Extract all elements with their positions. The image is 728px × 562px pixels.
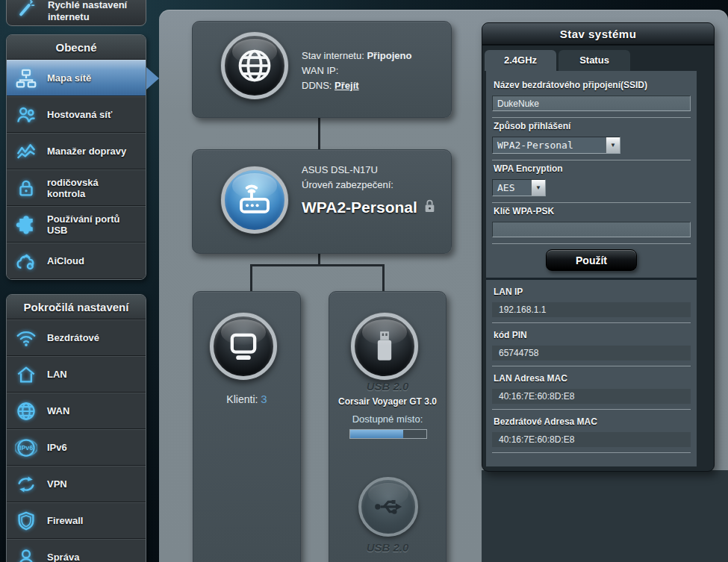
aicloud-icon xyxy=(15,250,37,272)
parental-control-icon xyxy=(15,177,37,199)
divider xyxy=(492,202,691,203)
auth-method-select[interactable]: WPA2-Personal ▼ xyxy=(492,137,620,154)
sidebar-item-vpn[interactable]: VPN xyxy=(7,466,146,502)
lan-icon xyxy=(15,363,37,386)
sidebar-item-label: Mapa sítě xyxy=(47,72,134,84)
sidebar-item-traffic-manager[interactable]: Manažer dopravy xyxy=(7,133,146,169)
sidebar-item-label: IPv6 xyxy=(47,442,134,453)
wpa-encryption-select[interactable]: AES ▼ xyxy=(492,179,546,196)
internet-status-card: Stav internetu: Připojeno WAN IP: DDNS: … xyxy=(192,21,452,118)
divider xyxy=(492,160,691,160)
apply-button[interactable]: Použít xyxy=(546,249,637,271)
router-model: ASUS DSL-N17U xyxy=(302,163,393,178)
sidebar-header-advanced: Pokročilá nastavení xyxy=(7,295,146,319)
router-card: ASUS DSL-N17U Úroveň zabezpečení: WPA2-P… xyxy=(192,149,452,254)
sidebar-item-lan[interactable]: LAN xyxy=(7,356,146,393)
ddns-label: DDNS: xyxy=(302,80,332,91)
wpa-psk-input[interactable] xyxy=(492,222,691,237)
tab-status[interactable]: Status xyxy=(559,50,630,71)
sidebar-item-label: AiCloud xyxy=(47,255,134,266)
sidebar-item-wireless[interactable]: Bezdrátové xyxy=(7,319,146,356)
internet-status-label: Stav internetu: xyxy=(302,50,364,61)
sidebar-item-wan[interactable]: WAN xyxy=(7,393,146,429)
sidebar-item-aicloud[interactable]: AiCloud xyxy=(7,243,146,279)
ipv6-icon: IPv6 xyxy=(15,437,37,459)
divider xyxy=(492,452,691,453)
tab-24ghz[interactable]: 2.4GHz xyxy=(485,50,556,71)
pin-code-value: 65744758 xyxy=(492,346,691,360)
lan-ip-label: LAN IP xyxy=(494,287,691,297)
connector-line xyxy=(250,264,385,266)
divider xyxy=(492,243,691,244)
wpa-encryption-label: WPA Encryption xyxy=(494,163,691,174)
wan-icon xyxy=(15,400,37,422)
sidebar-item-label: Bezdrátové xyxy=(47,332,134,343)
connector-line xyxy=(382,264,385,293)
status-tabs: 2.4GHz Status xyxy=(482,46,714,71)
sidebar-item-label: LAN xyxy=(47,369,134,380)
clients-monitor-icon[interactable] xyxy=(210,313,277,380)
sidebar-item-label: Správa xyxy=(47,552,134,562)
sidebar-item-label: Hostovaná síť xyxy=(47,109,134,120)
sidebar-group-general: Obecné Mapa sítě Ho xyxy=(6,34,146,280)
wireless-mac-label: Bezdrátové Adresa MAC xyxy=(494,416,691,427)
usb-port2-icon[interactable] xyxy=(358,477,418,537)
clients-count: 3 xyxy=(261,393,267,405)
wpa-encryption-value: AES xyxy=(493,180,531,196)
system-status-panel: Stav systému 2.4GHz Status Název bezdrát… xyxy=(482,22,715,472)
sidebar-item-parental-control[interactable]: rodičovská kontrola xyxy=(7,169,146,206)
usb-drive-icon[interactable] xyxy=(351,313,418,380)
sidebar-item-ipv6[interactable]: IPv6 IPv6 xyxy=(7,429,146,466)
svg-text:IPv6: IPv6 xyxy=(19,444,33,452)
divider xyxy=(492,409,691,410)
lock-icon xyxy=(424,199,435,215)
divider xyxy=(492,322,691,323)
traffic-manager-icon xyxy=(15,140,37,163)
wpa-psk-label: Klíč WPA-PSK xyxy=(494,206,691,216)
ssid-label: Název bezdrátového připojení(SSID) xyxy=(494,80,691,90)
chevron-down-icon[interactable]: ▼ xyxy=(606,137,620,153)
divider xyxy=(492,117,691,118)
pin-code-label: kód PIN xyxy=(494,330,691,340)
sidebar-item-administration[interactable]: Správa xyxy=(7,539,146,562)
magic-wand-icon xyxy=(16,0,39,19)
quick-setup-label: Rychlé nastavení internetu xyxy=(48,0,139,23)
wireless-mac-value: 40:16:7E:60:8D:E8 xyxy=(492,432,691,447)
usb-space-label: Dostupné místo: xyxy=(329,413,446,425)
usb-device-name: Corsair Voyager GT 3.0 xyxy=(329,396,446,407)
admin-icon xyxy=(15,546,37,562)
connector-line xyxy=(250,264,252,293)
lan-mac-value: 40:16:7E:60:8D:E8 xyxy=(492,389,691,404)
network-map-icon xyxy=(15,67,37,90)
router-icon[interactable] xyxy=(221,166,288,234)
ssid-input[interactable] xyxy=(492,96,691,111)
ddns-go-link[interactable]: Přejít xyxy=(335,80,359,91)
chevron-down-icon[interactable]: ▼ xyxy=(531,180,545,196)
lan-ip-value: 192.168.1.1 xyxy=(492,302,691,317)
selected-item-arrow xyxy=(146,67,159,90)
internet-status-value: Připojeno xyxy=(367,50,411,61)
usb-progress-fill xyxy=(350,430,403,438)
sidebar-item-network-map[interactable]: Mapa sítě xyxy=(7,60,146,96)
wan-ip-label: WAN IP: xyxy=(302,63,411,78)
sidebar-item-label: Používání portů USB xyxy=(47,213,134,236)
clients-label: Klienti: xyxy=(226,393,258,405)
sidebar-item-label: Manažer dopravy xyxy=(47,146,134,157)
sidebar-item-firewall[interactable]: Firewall xyxy=(7,502,146,539)
sidebar-item-label: rodičovská kontrola xyxy=(47,177,134,199)
system-status-title: Stav systému xyxy=(482,23,714,46)
quick-setup-button[interactable]: Rychlé nastavení internetu xyxy=(6,0,146,26)
router-admin-screen: Rychlé nastavení internetu Obecné Mapa s… xyxy=(0,0,728,562)
auth-method-value: WPA2-Personal xyxy=(493,137,606,153)
sidebar-item-guest-network[interactable]: Hostovaná síť xyxy=(7,96,146,133)
usb-port2-label: USB 2.0 xyxy=(329,541,446,554)
usb-card: USB 2.0 Corsair Voyager GT 3.0 Dostupné … xyxy=(329,291,447,562)
clients-card: Klienti: 3 xyxy=(193,291,301,562)
internet-globe-icon[interactable] xyxy=(221,32,288,99)
sidebar-item-usb-application[interactable]: Používání portů USB xyxy=(7,206,146,243)
right-column-background xyxy=(482,470,728,562)
lan-mac-label: LAN Adresa MAC xyxy=(494,373,691,384)
status-panel-content: Název bezdrátového připojení(SSID) Způso… xyxy=(486,71,697,466)
sidebar-item-label: VPN xyxy=(47,478,134,490)
sidebar-item-label: Firewall xyxy=(47,515,134,526)
